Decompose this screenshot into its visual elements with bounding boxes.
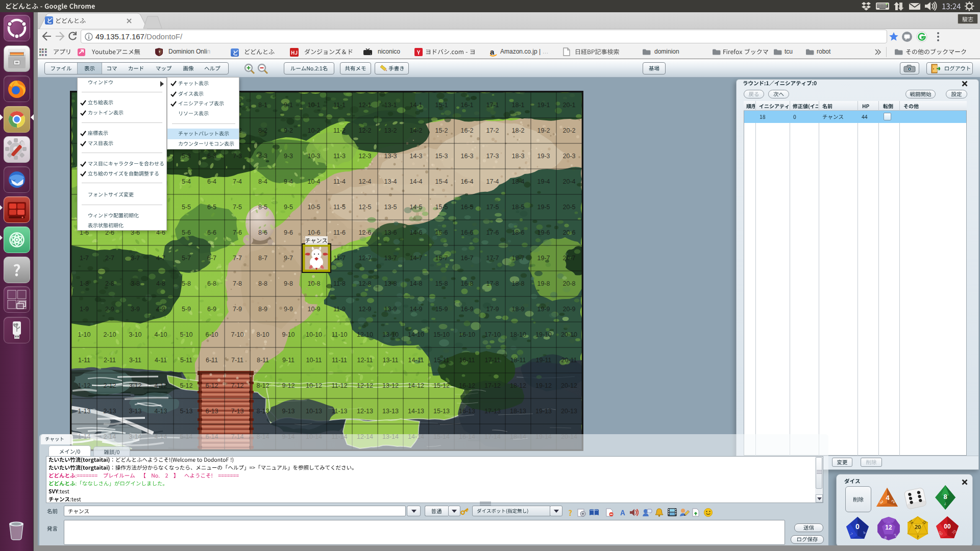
svg-text:14-8: 14-8 bbox=[409, 280, 422, 287]
svg-text:3-8: 3-8 bbox=[131, 280, 140, 287]
svg-text:18-9: 18-9 bbox=[511, 306, 524, 313]
svg-text:5-11: 5-11 bbox=[180, 357, 192, 364]
svg-text:5-9: 5-9 bbox=[182, 306, 191, 313]
svg-text:8-5: 8-5 bbox=[258, 204, 267, 211]
svg-text:20-9: 20-9 bbox=[562, 306, 575, 313]
svg-text:11-4: 11-4 bbox=[333, 178, 346, 185]
svg-text:8-11: 8-11 bbox=[257, 357, 269, 364]
svg-text:10-2: 10-2 bbox=[307, 127, 320, 134]
svg-text:15-3: 15-3 bbox=[435, 153, 448, 160]
svg-text:5-8: 5-8 bbox=[182, 280, 191, 287]
svg-text:5-10: 5-10 bbox=[180, 331, 192, 338]
svg-text:5-5: 5-5 bbox=[182, 204, 191, 211]
svg-text:11-11: 11-11 bbox=[332, 357, 347, 364]
svg-text:10-9: 10-9 bbox=[307, 306, 320, 313]
svg-text:20: 20 bbox=[915, 524, 921, 530]
svg-text:14-9: 14-9 bbox=[409, 306, 422, 313]
svg-text:6-12: 6-12 bbox=[205, 382, 218, 389]
svg-text:18-13: 18-13 bbox=[510, 408, 526, 415]
svg-text:1-13: 1-13 bbox=[78, 408, 90, 415]
svg-text:11-2: 11-2 bbox=[333, 127, 346, 134]
svg-text:19-4: 19-4 bbox=[537, 178, 550, 185]
svg-text:7-11: 7-11 bbox=[231, 357, 243, 364]
svg-text:14-13: 14-13 bbox=[408, 408, 424, 415]
svg-text:16-12: 16-12 bbox=[459, 382, 475, 389]
svg-text:9-13: 9-13 bbox=[282, 408, 295, 415]
svg-text:7: 7 bbox=[917, 535, 919, 539]
svg-text:13-11: 13-11 bbox=[382, 357, 398, 364]
svg-text:18-4: 18-4 bbox=[511, 178, 524, 185]
svg-text:13-10: 13-10 bbox=[382, 331, 399, 338]
svg-text:4-11: 4-11 bbox=[155, 357, 167, 364]
svg-text:8-10: 8-10 bbox=[256, 331, 269, 338]
svg-text:5-4: 5-4 bbox=[182, 178, 191, 185]
svg-text:16-4: 16-4 bbox=[460, 178, 473, 185]
svg-text:12-2: 12-2 bbox=[358, 127, 371, 134]
svg-text:1-10: 1-10 bbox=[78, 331, 90, 338]
svg-text:4-10: 4-10 bbox=[154, 331, 167, 338]
svg-text:16-11: 16-11 bbox=[459, 357, 475, 364]
svg-text:2-7: 2-7 bbox=[105, 255, 114, 262]
svg-text:20-8: 20-8 bbox=[562, 280, 575, 287]
svg-text:16-7: 16-7 bbox=[460, 255, 473, 262]
svg-text:14-4: 14-4 bbox=[409, 178, 422, 185]
svg-text:7-5: 7-5 bbox=[233, 204, 242, 211]
svg-text:18-3: 18-3 bbox=[511, 153, 524, 160]
svg-text:11-7: 11-7 bbox=[333, 255, 346, 262]
svg-text:5-3: 5-3 bbox=[182, 153, 191, 160]
svg-text:11-13: 11-13 bbox=[331, 408, 347, 415]
svg-text:12-8: 12-8 bbox=[358, 280, 371, 287]
svg-text:8-6: 8-6 bbox=[258, 229, 267, 236]
svg-text:10-8: 10-8 bbox=[307, 280, 320, 287]
svg-text:18-8: 18-8 bbox=[511, 280, 524, 287]
svg-text:20-6: 20-6 bbox=[562, 229, 575, 236]
svg-text:19-3: 19-3 bbox=[537, 153, 550, 160]
svg-text:17-2: 17-2 bbox=[486, 127, 499, 134]
svg-text:20-11: 20-11 bbox=[561, 357, 577, 364]
svg-text:9-12: 9-12 bbox=[282, 382, 295, 389]
svg-text:20-3: 20-3 bbox=[562, 153, 575, 160]
svg-text:2-10: 2-10 bbox=[103, 331, 116, 338]
svg-text:1-12: 1-12 bbox=[78, 382, 90, 389]
svg-text:11-3: 11-3 bbox=[333, 153, 346, 160]
svg-text:17-3: 17-3 bbox=[486, 153, 499, 160]
svg-text:2-12: 2-12 bbox=[103, 382, 116, 389]
svg-text:17-4: 17-4 bbox=[486, 178, 499, 185]
svg-text:13-9: 13-9 bbox=[384, 306, 397, 313]
svg-text:6-7: 6-7 bbox=[207, 255, 216, 262]
svg-text:6-5: 6-5 bbox=[207, 204, 216, 211]
svg-text:17-7: 17-7 bbox=[486, 255, 499, 262]
svg-text:17-1: 17-1 bbox=[486, 102, 499, 109]
svg-text:a: a bbox=[490, 48, 495, 56]
svg-text:12-6: 12-6 bbox=[358, 229, 371, 236]
svg-text:12: 12 bbox=[885, 524, 892, 531]
svg-text:3-11: 3-11 bbox=[129, 357, 141, 364]
svg-text:7-6: 7-6 bbox=[233, 229, 242, 236]
svg-text:19-10: 19-10 bbox=[535, 331, 552, 338]
svg-text:6-4: 6-4 bbox=[207, 178, 216, 185]
svg-text:8-13: 8-13 bbox=[256, 408, 269, 415]
svg-text:20-12: 20-12 bbox=[561, 382, 577, 389]
svg-text:11-5: 11-5 bbox=[333, 204, 346, 211]
svg-text:17-10: 17-10 bbox=[484, 331, 501, 338]
svg-text:16-8: 16-8 bbox=[460, 280, 473, 287]
svg-text:13-4: 13-4 bbox=[384, 178, 397, 185]
svg-text:9-4: 9-4 bbox=[284, 178, 293, 185]
svg-text:16-9: 16-9 bbox=[460, 306, 473, 313]
svg-text:12-11: 12-11 bbox=[357, 357, 373, 364]
svg-text:9-9: 9-9 bbox=[284, 306, 293, 313]
svg-text:16-5: 16-5 bbox=[460, 204, 473, 211]
svg-text:19-6: 19-6 bbox=[537, 229, 550, 236]
svg-text:12-7: 12-7 bbox=[358, 255, 371, 262]
svg-text:14-12: 14-12 bbox=[408, 382, 424, 389]
svg-text:6-10: 6-10 bbox=[205, 331, 218, 338]
svg-text:14-3: 14-3 bbox=[409, 153, 422, 160]
svg-text:19-11: 19-11 bbox=[535, 357, 551, 364]
svg-text:6-9: 6-9 bbox=[207, 306, 216, 313]
svg-text:3-10: 3-10 bbox=[129, 331, 141, 338]
svg-text:7-8: 7-8 bbox=[233, 280, 242, 287]
svg-text:8-12: 8-12 bbox=[256, 382, 269, 389]
svg-text:11-10: 11-10 bbox=[331, 331, 347, 338]
svg-text:6-6: 6-6 bbox=[207, 229, 216, 236]
svg-text:1-8: 1-8 bbox=[80, 280, 89, 287]
